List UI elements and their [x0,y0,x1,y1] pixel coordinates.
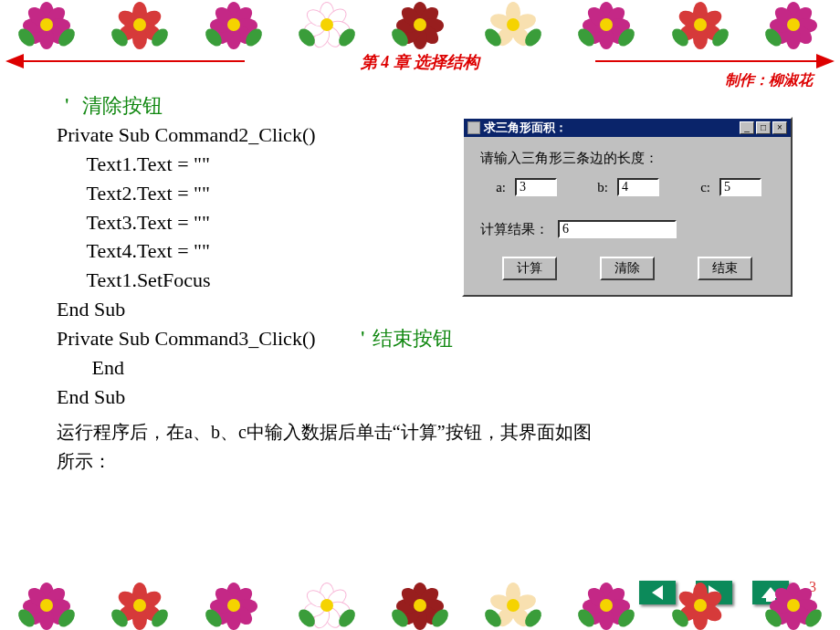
decorative-flowers-bottom [0,581,840,630]
label-b: b: [583,180,608,195]
minimize-button[interactable]: _ [740,121,754,134]
app-icon [467,121,480,134]
label-result: 计算结果： [480,221,549,238]
end-button[interactable]: 结束 [698,257,752,280]
triangle-dialog: 求三角形面积： _ □ × 请输入三角形三条边的长度： a: b: c: 计算结… [462,117,793,297]
description-text: 运行程序后，在a、b、c中输入数据后单击“计算”按钮，其界面如图 所示： [57,417,787,476]
input-result[interactable] [558,220,677,238]
maximize-button[interactable]: □ [756,121,771,134]
code-block-2-rest: End End Sub [57,353,787,412]
credit: 制作：柳淑花 [725,71,813,90]
label-c: c: [685,180,710,195]
dialog-title: 求三角形面积： [484,120,738,136]
arrow-right-icon [816,54,835,68]
dialog-prompt: 请输入三角形三条边的长度： [480,150,774,167]
arrow-left-icon [5,54,24,68]
label-a: a: [480,180,506,195]
chapter-title: 第 4 章 选择结构 [361,51,480,73]
code-comment-end: ＇结束按钮 [352,324,453,353]
calc-button[interactable]: 计算 [502,257,557,280]
input-a[interactable] [515,178,557,196]
code-block-2-head: Private Sub Command3_Click() [57,324,316,353]
dialog-titlebar: 求三角形面积： _ □ × [464,119,791,137]
decorative-flowers-top [0,0,840,49]
clear-button[interactable]: 清除 [600,257,655,280]
input-b[interactable] [617,178,659,196]
close-button[interactable]: × [772,121,787,134]
chapter-header: 第 4 章 选择结构 [0,51,840,73]
input-c[interactable] [719,178,761,196]
